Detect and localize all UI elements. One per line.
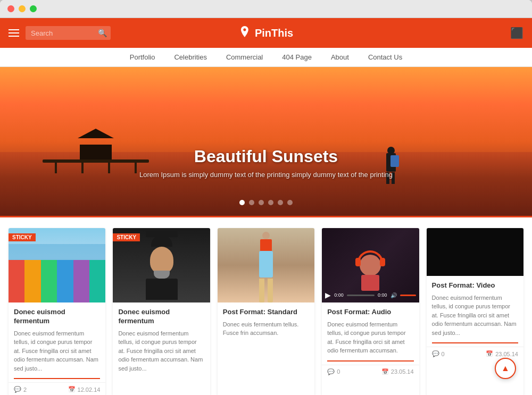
card-2-text: Donec euismod fermentum tellus, id congu… (118, 329, 204, 373)
search-icon: 🔍 (98, 29, 107, 37)
hero-dot-3[interactable] (259, 200, 264, 205)
card-3-image (218, 228, 314, 302)
calendar-icon: 📅 (486, 350, 493, 357)
card-5-body: Post Format: Video Donec euismod ferment… (427, 276, 523, 342)
card-4-date: 📅 23.05.14 (381, 368, 414, 375)
hero-dot-6[interactable] (287, 200, 293, 205)
card-4-image: ▶ 0:00 0:00 🔊 (322, 228, 419, 302)
nav-portfolio[interactable]: Portfolio (130, 53, 155, 61)
pier-hut (80, 138, 112, 159)
card-4-text: Donec euismod fermentum tellus, id congu… (327, 320, 413, 355)
card-2: STICKY Donec euismod fermentum Donec eui… (113, 228, 210, 395)
comment-icon: 💬 (14, 386, 21, 393)
hero-dots (239, 200, 293, 205)
play-button[interactable]: ▶ (325, 291, 331, 299)
sticky-badge-1: STICKY (9, 233, 36, 241)
card-2-body: Donec euismod fermentum Donec euismod fe… (113, 302, 210, 378)
nav-about[interactable]: About (331, 53, 349, 61)
hero-text: Beautiful Sunsets Lorem Ipsum is simply … (139, 147, 393, 179)
header-left: 🔍 (9, 26, 111, 40)
main-nav: Portfolio Celebrities Commercial 404 Pag… (0, 48, 532, 67)
hero-dot-4[interactable] (268, 200, 273, 205)
minimize-button[interactable] (19, 5, 26, 12)
cards-grid: STICKY Donec euismod fermentum Donec eui… (9, 228, 523, 395)
volume-slider[interactable] (400, 295, 416, 296)
card-2-title: Donec euismod fermentum (118, 308, 204, 326)
hero-section: Beautiful Sunsets Lorem Ipsum is simply … (0, 67, 532, 216)
card-4-comments: 💬 0 (327, 368, 340, 375)
hero-dot-2[interactable] (249, 200, 254, 205)
sticky-badge-2: STICKY (113, 233, 140, 241)
card-4-title: Post Format: Audio (327, 308, 413, 317)
card-5-comments: 💬 0 (432, 350, 445, 357)
card-3-title: Post Format: Standard (223, 308, 309, 317)
calendar-icon: 📅 (381, 368, 389, 375)
card-1-title: Donec euismod fermentum (14, 308, 100, 326)
calendar-icon: 📅 (68, 386, 76, 393)
nav-contact[interactable]: Contact Us (368, 53, 402, 61)
close-button[interactable] (7, 5, 14, 12)
header-right: ⬛ (510, 27, 523, 39)
card-5-title: Post Format: Video (432, 281, 518, 290)
card-4: ▶ 0:00 0:00 🔊 Post Format: Audio Donec e… (322, 228, 419, 395)
card-1-comments: 💬 2 (14, 386, 27, 393)
card-5-video (427, 228, 523, 276)
card-5-date: 📅 23.05.14 (486, 350, 518, 357)
comment-icon: 💬 (432, 350, 439, 357)
hero-pier (43, 120, 149, 173)
chevron-up-icon: ▲ (501, 364, 510, 373)
volume-icon: 🔊 (390, 292, 397, 298)
nav-commercial[interactable]: Commercial (226, 53, 263, 61)
search-box: 🔍 (26, 26, 111, 40)
card-1-text: Donec euismod fermentum tellus, id congu… (14, 329, 100, 373)
card-1-footer: 💬 2 📅 12.02.14 (9, 382, 105, 395)
menu-icon[interactable] (9, 29, 19, 37)
login-icon[interactable]: ⬛ (510, 27, 523, 39)
card-1-body: Donec euismod fermentum Donec euismod fe… (9, 302, 105, 378)
scroll-top-button[interactable]: ▲ (495, 358, 516, 379)
cards-section: STICKY Donec euismod fermentum Donec eui… (0, 216, 532, 395)
nav-celebrities[interactable]: Celebrities (174, 53, 206, 61)
brand-name: PinThis (255, 27, 293, 39)
pin-icon (239, 26, 251, 40)
card-3-text: Donec euis fermentum tellus. Fusce frin … (223, 320, 309, 338)
site-header: 🔍 PinThis ⬛ (0, 18, 532, 48)
comment-icon: 💬 (327, 368, 335, 375)
audio-progress[interactable] (347, 295, 375, 296)
hero-subtitle: Lorem Ipsum is simply dummy text of the … (139, 171, 393, 179)
hero-dot-1[interactable] (239, 200, 245, 205)
card-4-footer: 💬 0 📅 23.05.14 (322, 365, 419, 379)
browser-chrome (0, 0, 532, 18)
nav-404[interactable]: 404 Page (282, 53, 312, 61)
maximize-button[interactable] (30, 5, 37, 12)
card-1: STICKY Donec euismod fermentum Donec eui… (9, 228, 105, 395)
card-1-date: 📅 12.02.14 (68, 386, 101, 393)
card-5-text: Donec euismod fermentum tellus, id congu… (432, 293, 518, 338)
search-input[interactable] (31, 29, 95, 37)
brand-logo[interactable]: PinThis (239, 26, 293, 40)
hero-dot-5[interactable] (278, 200, 283, 205)
hero-title: Beautiful Sunsets (139, 147, 393, 166)
card-3: Post Format: Standard Donec euis ferment… (218, 228, 314, 395)
card-3-body: Post Format: Standard Donec euis ferment… (218, 302, 314, 343)
card-4-body: Post Format: Audio Donec euismod ferment… (322, 302, 419, 360)
